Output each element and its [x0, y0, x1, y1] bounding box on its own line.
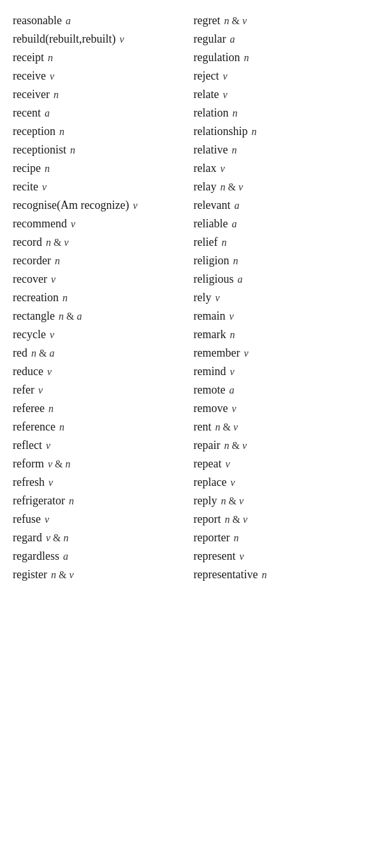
word-entry: relationn — [194, 104, 375, 122]
part-of-speech: n — [55, 255, 60, 267]
word-entry: regulara — [194, 30, 375, 48]
word: recognise(Am recognize) — [13, 199, 129, 212]
part-of-speech: v — [239, 551, 244, 562]
word-entry: rectanglen & a — [13, 307, 194, 325]
word-entry: reliablea — [194, 215, 375, 233]
word: remain — [194, 309, 226, 323]
word: recite — [13, 180, 38, 194]
part-of-speech: a — [238, 274, 243, 285]
word-entry: recoverv — [13, 270, 194, 288]
word-entry: removev — [194, 399, 375, 418]
word-entry: regardlessa — [13, 547, 194, 566]
word-entry: reformv & n — [13, 455, 194, 473]
word-entry: regulationn — [194, 48, 375, 67]
word-entry: referv — [13, 381, 194, 399]
word: recent — [13, 106, 41, 120]
word: refresh — [13, 476, 45, 489]
part-of-speech: v — [38, 385, 43, 396]
word-entry: reportern — [194, 529, 375, 547]
word-entry: redn & a — [13, 344, 194, 362]
word: recreation — [13, 291, 59, 304]
word-entry: receptionistn — [13, 141, 194, 159]
part-of-speech: a — [231, 218, 237, 230]
word-entry: replyn & v — [194, 492, 375, 510]
part-of-speech: n — [48, 403, 54, 415]
part-of-speech: n — [48, 52, 53, 64]
part-of-speech: a — [66, 15, 71, 27]
word: relationship — [194, 125, 248, 138]
word: relevant — [194, 199, 231, 212]
part-of-speech: v — [223, 71, 227, 82]
word-entry: repairn & v — [194, 436, 375, 455]
word-entry: recordern — [13, 252, 194, 270]
part-of-speech: n — [251, 126, 256, 138]
part-of-speech: v — [50, 71, 54, 82]
word-entry: rejectv — [194, 67, 375, 85]
word-entry: relevanta — [194, 196, 375, 215]
word-entry: regardv & n — [13, 529, 194, 547]
word: regulation — [194, 51, 240, 64]
part-of-speech: n & v — [224, 514, 247, 525]
word: receipt — [13, 51, 44, 64]
word-entry: representativen — [194, 566, 375, 584]
word: reflect — [13, 439, 42, 452]
part-of-speech: n — [232, 108, 237, 119]
word-entry: replacev — [194, 473, 375, 492]
word-entry: recommendv — [13, 215, 194, 233]
word-entry: repeatv — [194, 455, 375, 473]
word: repair — [194, 439, 221, 452]
word-entry: religiousa — [194, 270, 375, 288]
word: remember — [194, 346, 240, 360]
word: relative — [194, 143, 228, 157]
part-of-speech: a — [63, 551, 68, 562]
word-entry: receivern — [13, 85, 194, 104]
word: relay — [194, 180, 217, 194]
word: remark — [194, 328, 226, 341]
word-entry: recenta — [13, 104, 194, 122]
part-of-speech: v — [119, 34, 124, 45]
part-of-speech: n & v — [224, 440, 247, 452]
part-of-speech: v — [230, 366, 235, 378]
word-entry: regretn & v — [194, 11, 375, 30]
word: representative — [194, 568, 258, 581]
word-entry: registern & v — [13, 566, 194, 584]
word-entry: recitev — [13, 178, 194, 196]
word-entry: rememberv — [194, 344, 375, 362]
part-of-speech: v — [231, 403, 236, 415]
word: remove — [194, 402, 228, 415]
word: reasonable — [13, 14, 62, 27]
part-of-speech: n & v — [46, 237, 69, 248]
part-of-speech: v — [225, 459, 230, 470]
word: reduce — [13, 365, 43, 378]
part-of-speech: v — [244, 348, 248, 359]
part-of-speech: n & v — [51, 569, 74, 581]
word-entry: relayn & v — [194, 178, 375, 196]
word: relief — [194, 236, 218, 249]
word-entry: refereen — [13, 399, 194, 418]
part-of-speech: v — [220, 163, 224, 174]
part-of-speech: a — [230, 34, 235, 45]
word-entry: rebuild(rebuilt,rebuilt)v — [13, 30, 194, 48]
part-of-speech: v & n — [48, 459, 71, 470]
word: refer — [13, 383, 34, 397]
word: recover — [13, 273, 47, 286]
part-of-speech: v & n — [46, 532, 69, 544]
word-entry: remarkn — [194, 325, 375, 344]
part-of-speech: n — [221, 237, 226, 248]
part-of-speech: n — [45, 163, 50, 174]
part-of-speech: v — [133, 200, 137, 211]
word: replace — [194, 476, 227, 489]
part-of-speech: v — [230, 477, 235, 488]
part-of-speech: n — [62, 292, 68, 304]
word-entry: receptionn — [13, 122, 194, 141]
word: recycle — [13, 328, 46, 341]
word: religious — [194, 273, 234, 286]
part-of-speech: v — [215, 292, 219, 304]
word: regret — [194, 14, 221, 27]
word-entry: representv — [194, 547, 375, 566]
word: report — [194, 513, 221, 526]
part-of-speech: n — [69, 495, 74, 507]
word: rely — [194, 291, 212, 304]
part-of-speech: n — [70, 145, 75, 156]
word: receptionist — [13, 143, 66, 157]
